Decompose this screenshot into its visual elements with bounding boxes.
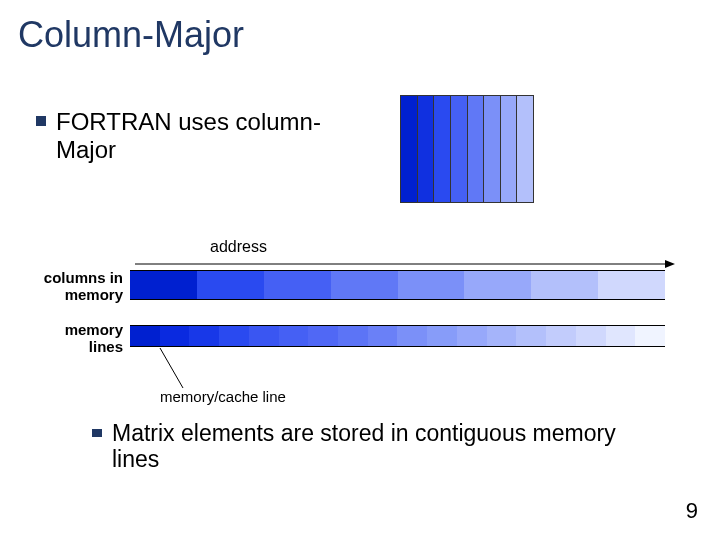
- memory-line-segment: [219, 326, 249, 346]
- memory-column-segment: [331, 271, 398, 299]
- memory-line-segment: [546, 326, 576, 346]
- columns-memory-bar: [130, 270, 665, 300]
- memory-line-segment: [487, 326, 517, 346]
- memory-column-segment: [464, 271, 531, 299]
- address-label: address: [210, 238, 267, 256]
- matrix-column: [501, 96, 518, 202]
- svg-marker-1: [665, 260, 675, 268]
- bullet-fortran-text: FORTRAN uses column-Major: [56, 108, 356, 163]
- page-number: 9: [686, 498, 698, 524]
- matrix-diagram: [400, 95, 534, 203]
- memory-column-segment: [130, 271, 197, 299]
- matrix-column: [418, 96, 435, 202]
- memory-line-segment: [130, 326, 160, 346]
- bullet-contiguous-text: Matrix elements are stored in contiguous…: [112, 420, 652, 473]
- memory-line-segment: [576, 326, 606, 346]
- memory-line-segment: [635, 326, 665, 346]
- matrix-column: [484, 96, 501, 202]
- cacheline-arrow-icon: [155, 348, 195, 392]
- memory-lines-label: memory lines: [58, 322, 123, 355]
- memory-line-segment: [338, 326, 368, 346]
- bullet-fortran: FORTRAN uses column-Major: [36, 108, 356, 163]
- bullet-square-icon: [36, 116, 46, 126]
- matrix-column: [434, 96, 451, 202]
- memory-column-segment: [264, 271, 331, 299]
- columns-in-memory-label: columns in memory: [43, 270, 123, 303]
- memory-line-segment: [427, 326, 457, 346]
- memory-line-segment: [189, 326, 219, 346]
- memory-lines-bar: [130, 325, 665, 347]
- memory-column-segment: [398, 271, 465, 299]
- memory-line-segment: [457, 326, 487, 346]
- bullet-contiguous: Matrix elements are stored in contiguous…: [92, 420, 652, 473]
- bullet-square-icon: [92, 429, 102, 437]
- matrix-column: [468, 96, 485, 202]
- address-arrow-icon: [135, 258, 675, 270]
- memory-column-segment: [598, 271, 665, 299]
- memory-line-segment: [516, 326, 546, 346]
- matrix-column: [517, 96, 533, 202]
- memory-line-segment: [368, 326, 398, 346]
- cacheline-label: memory/cache line: [160, 388, 286, 405]
- slide-title: Column-Major: [0, 0, 720, 56]
- memory-line-segment: [397, 326, 427, 346]
- memory-column-segment: [197, 271, 264, 299]
- memory-column-segment: [531, 271, 598, 299]
- memory-line-segment: [249, 326, 279, 346]
- memory-line-segment: [160, 326, 190, 346]
- memory-line-segment: [606, 326, 636, 346]
- memory-line-segment: [308, 326, 338, 346]
- memory-line-segment: [279, 326, 309, 346]
- matrix-column: [401, 96, 418, 202]
- svg-line-2: [160, 348, 183, 388]
- matrix-column: [451, 96, 468, 202]
